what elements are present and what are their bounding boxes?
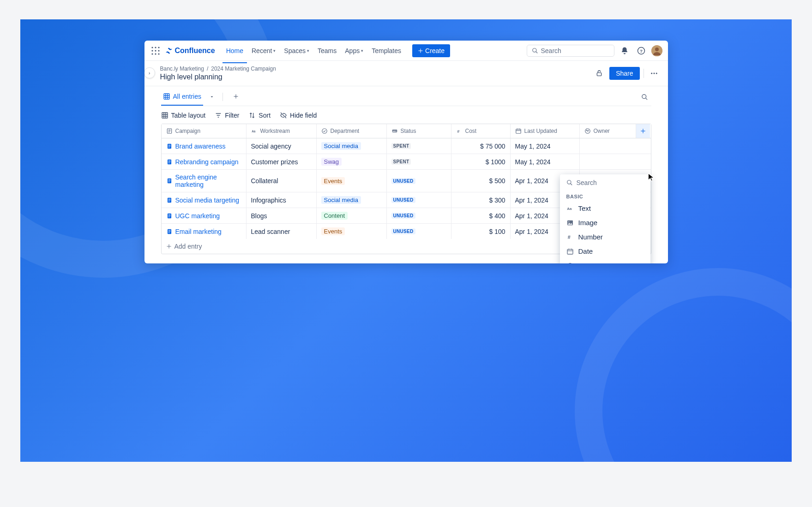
table-row: Brand awarenessSocial agencySocial media…	[162, 138, 651, 154]
dropdown-search-input[interactable]: Search	[560, 174, 650, 191]
cell-cost[interactable]: $ 400	[451, 208, 511, 223]
breadcrumb-page[interactable]: 2024 Marketing Campaign	[211, 66, 276, 72]
restrictions-icon[interactable]	[593, 67, 606, 80]
nav-item-apps[interactable]: Apps▾	[341, 43, 367, 58]
background: Confluence HomeRecent▾Spaces▾TeamsApps▾T…	[20, 19, 792, 462]
svg-point-16	[653, 73, 655, 74]
col-header-cost[interactable]: # Cost	[451, 124, 511, 138]
app-switcher-icon[interactable]	[150, 45, 161, 56]
page-title: High level planning	[160, 73, 593, 81]
cell-workstream[interactable]: Blogs	[247, 208, 317, 223]
dropdown-item-tag[interactable]: Tag	[560, 258, 650, 263]
cell-campaign[interactable]: Email marketing	[162, 224, 247, 239]
nav-item-spaces[interactable]: Spaces▾	[280, 43, 313, 58]
svg-point-19	[642, 94, 646, 98]
sort-button[interactable]: Sort	[248, 112, 271, 119]
svg-point-57	[568, 221, 569, 222]
svg-rect-27	[516, 129, 521, 133]
add-view-icon[interactable]	[230, 93, 241, 101]
svg-rect-32	[168, 146, 170, 146]
filter-button[interactable]: Filter	[215, 112, 239, 119]
help-icon[interactable]: ?	[635, 44, 648, 57]
cell-cost[interactable]: $ 75 000	[451, 138, 511, 154]
cell-workstream[interactable]: Social agency	[247, 138, 317, 154]
svg-rect-53	[168, 232, 169, 233]
table-search-icon[interactable]	[638, 90, 651, 103]
add-column-button[interactable]	[636, 124, 650, 138]
svg-point-23	[322, 129, 327, 134]
app-window: Confluence HomeRecent▾Spaces▾TeamsApps▾T…	[144, 41, 668, 263]
cell-cost[interactable]: $ 300	[451, 192, 511, 208]
hide-field-button[interactable]: Hide field	[280, 112, 317, 119]
svg-point-6	[151, 53, 153, 54]
svg-rect-35	[168, 161, 170, 161]
cell-status[interactable]: SPENT	[387, 138, 451, 154]
create-button[interactable]: Create	[412, 44, 450, 57]
svg-point-29	[586, 130, 587, 131]
col-header-last-updated[interactable]: Last Updated	[511, 124, 580, 138]
cell-department[interactable]: Events	[317, 224, 387, 239]
col-header-workstream[interactable]: Aa Workstream	[247, 124, 317, 138]
cell-status[interactable]: UNUSED	[387, 208, 451, 223]
cell-status[interactable]: SPENT	[387, 154, 451, 169]
nav-item-templates[interactable]: Templates	[368, 43, 405, 58]
cell-status[interactable]: UNUSED	[387, 224, 451, 239]
svg-point-15	[651, 73, 652, 74]
cell-owner[interactable]	[580, 138, 651, 154]
notifications-icon[interactable]	[618, 44, 631, 57]
avatar[interactable]	[651, 45, 662, 56]
cell-department[interactable]: Social media	[317, 192, 387, 208]
sidebar-toggle-icon[interactable]: ›	[144, 67, 155, 78]
svg-point-9	[532, 48, 536, 52]
dropdown-item-image[interactable]: Image	[560, 215, 650, 230]
cell-status[interactable]: UNUSED	[387, 192, 451, 208]
cell-campaign[interactable]: Rebranding campaign	[162, 154, 247, 169]
cell-cost[interactable]: $ 1000	[451, 154, 511, 169]
table-layout-button[interactable]: Table layout	[161, 112, 206, 119]
svg-rect-37	[168, 162, 169, 163]
cell-campaign[interactable]: Social media targeting	[162, 192, 247, 208]
search-input[interactable]: Search	[527, 45, 614, 57]
col-header-campaign[interactable]: Campaign	[162, 124, 247, 138]
cell-department[interactable]: Swag	[317, 154, 387, 169]
cell-workstream[interactable]: Infographics	[247, 192, 317, 208]
cell-cost[interactable]: $ 500	[451, 170, 511, 192]
cell-cost[interactable]: $ 100	[451, 224, 511, 239]
cell-updated[interactable]: May 1, 2024	[511, 154, 580, 169]
nav-item-home[interactable]: Home	[223, 43, 247, 58]
nav-item-teams[interactable]: Teams	[314, 43, 340, 58]
cell-campaign[interactable]: Search engine marketing	[162, 170, 247, 192]
svg-point-7	[155, 53, 156, 54]
cell-owner[interactable]	[580, 154, 651, 169]
nav-item-recent[interactable]: Recent▾	[248, 43, 279, 58]
view-tab-dropdown-icon[interactable]	[207, 93, 217, 101]
cell-workstream[interactable]: Collateral	[247, 170, 317, 192]
col-header-department[interactable]: Department	[317, 124, 387, 138]
cell-workstream[interactable]: Lead scanner	[247, 224, 317, 239]
dropdown-item-number[interactable]: #Number	[560, 230, 650, 244]
col-header-status[interactable]: ABC Status	[387, 124, 451, 138]
svg-point-5	[158, 50, 159, 51]
svg-rect-18	[164, 94, 169, 99]
breadcrumb-space[interactable]: Banc.ly Marketing	[160, 66, 204, 72]
svg-rect-52	[168, 231, 170, 232]
share-button[interactable]: Share	[609, 67, 639, 80]
svg-text:Aa: Aa	[567, 207, 572, 211]
cell-updated[interactable]: May 1, 2024	[511, 138, 580, 154]
cell-workstream[interactable]: Customer prizes	[247, 154, 317, 169]
dropdown-item-date[interactable]: Date	[560, 244, 650, 258]
cell-department[interactable]: Events	[317, 170, 387, 192]
svg-rect-48	[168, 215, 170, 216]
dropdown-item-text[interactable]: AaText	[560, 201, 650, 215]
cell-department[interactable]: Social media	[317, 138, 387, 154]
more-actions-icon[interactable]	[648, 67, 661, 80]
svg-point-0	[151, 47, 153, 48]
cell-status[interactable]: UNUSED	[387, 170, 451, 192]
col-header-owner[interactable]: Owner	[580, 124, 636, 138]
svg-point-2	[158, 47, 159, 48]
cell-campaign[interactable]: UGC marketing	[162, 208, 247, 223]
cell-department[interactable]: Content	[317, 208, 387, 223]
cell-campaign[interactable]: Brand awareness	[162, 138, 247, 154]
logo[interactable]: Confluence	[165, 47, 215, 55]
view-tab-all-entries[interactable]: All entries	[161, 88, 203, 106]
